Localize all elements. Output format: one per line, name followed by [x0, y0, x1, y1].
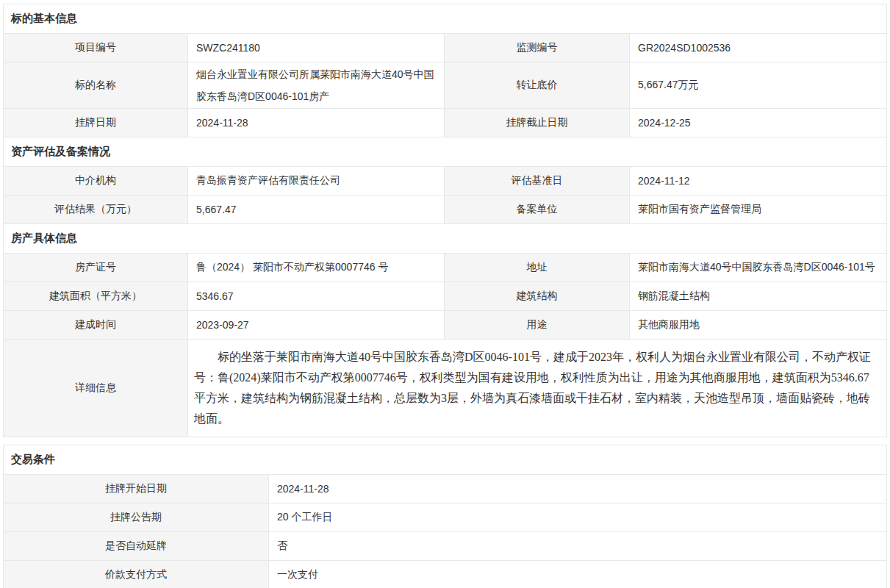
property-info-table: 房产具体信息 房产证号 鲁（2024） 莱阳市不动产权第0007746 号 地址…: [3, 223, 887, 437]
field-value: 鲁（2024） 莱阳市不动产权第0007746 号: [188, 254, 445, 282]
field-label: 中介机构: [4, 167, 188, 196]
field-value: SWZC241180: [188, 34, 445, 62]
section-header-row: 房产具体信息: [4, 224, 887, 254]
field-label: 挂牌开始日期: [4, 475, 269, 503]
field-value: 其他商服用地: [630, 311, 887, 340]
field-value: 一次支付: [269, 561, 887, 588]
table-row: 建成时间 2023-09-27 用途 其他商服用地: [4, 311, 887, 340]
field-label: 建筑结构: [445, 282, 630, 311]
table-row-detail: 详细信息 标的坐落于莱阳市南海大道40号中国胶东香岛湾D区0046-101号，建…: [4, 340, 887, 437]
field-value: 5,667.47万元: [630, 62, 887, 109]
field-value: 烟台永业置业有限公司所属莱阳市南海大道40号中国胶东香岛湾D区0046-101房…: [188, 62, 445, 109]
field-value: 2024-11-28: [269, 475, 887, 503]
section-title-trade: 交易条件: [4, 445, 887, 475]
section-title-assessment: 资产评估及备案情况: [4, 137, 887, 167]
field-value: 莱阳市南海大道40号中国胶东香岛湾D区0046-101号: [630, 254, 887, 282]
field-label: 房产证号: [4, 254, 188, 282]
table-row: 中介机构 青岛振青资产评估有限责任公司 评估基准日 2024-11-12: [4, 167, 887, 196]
table-row: 评估结果（万元） 5,667.47 备案单位 莱阳市国有资产监督管理局: [4, 196, 887, 224]
section-gap: [3, 437, 887, 445]
field-value: GR2024SD1002536: [630, 34, 887, 62]
section-header-row: 交易条件: [4, 445, 887, 475]
field-value: 5346.67: [188, 282, 445, 311]
table-row: 是否自动延牌 否: [4, 532, 887, 561]
detail-info-cell: 标的坐落于莱阳市南海大道40号中国胶东香岛湾D区0046-101号，建成于202…: [188, 340, 887, 437]
table-row: 挂牌公告期 20 个工作日: [4, 503, 887, 532]
table-row: 标的名称 烟台永业置业有限公司所属莱阳市南海大道40号中国胶东香岛湾D区0046…: [4, 62, 887, 109]
assessment-info-table: 资产评估及备案情况 中介机构 青岛振青资产评估有限责任公司 评估基准日 2024…: [3, 137, 887, 224]
field-label: 是否自动延牌: [4, 532, 269, 561]
section-header-row: 资产评估及备案情况: [4, 137, 887, 167]
table-row: 建筑面积（平方米） 5346.67 建筑结构 钢筋混凝土结构: [4, 282, 887, 311]
field-label: 建成时间: [4, 311, 188, 340]
field-label: 挂牌截止日期: [445, 109, 630, 137]
field-label: 备案单位: [445, 196, 630, 224]
field-value: 青岛振青资产评估有限责任公司: [188, 167, 445, 196]
field-label: 地址: [445, 254, 630, 282]
table-row: 挂牌开始日期 2024-11-28: [4, 475, 887, 503]
field-label: 项目编号: [4, 34, 188, 62]
trade-conditions-table: 交易条件 挂牌开始日期 2024-11-28 挂牌公告期 20 个工作日 是否自…: [3, 445, 887, 588]
field-label: 标的名称: [4, 62, 188, 109]
field-label: 建筑面积（平方米）: [4, 282, 188, 311]
field-label: 价款支付方式: [4, 561, 269, 588]
table-row: 项目编号 SWZC241180 监测编号 GR2024SD1002536: [4, 34, 887, 62]
field-value: 否: [269, 532, 887, 561]
field-value: 20 个工作日: [269, 503, 887, 532]
field-label: 挂牌日期: [4, 109, 188, 137]
field-label: 评估基准日: [445, 167, 630, 196]
table-row: 挂牌日期 2024-11-28 挂牌截止日期 2024-12-25: [4, 109, 887, 137]
field-label: 转让底价: [445, 62, 630, 109]
field-value: 2023-09-27: [188, 311, 445, 340]
field-label: 评估结果（万元）: [4, 196, 188, 224]
field-label: 详细信息: [4, 340, 188, 437]
field-value: 5,667.47: [188, 196, 445, 224]
field-label: 挂牌公告期: [4, 503, 269, 532]
section-title-basic: 标的基本信息: [4, 4, 887, 34]
table-row: 房产证号 鲁（2024） 莱阳市不动产权第0007746 号 地址 莱阳市南海大…: [4, 254, 887, 282]
field-value: 2024-11-12: [630, 167, 887, 196]
field-value: 钢筋混凝土结构: [630, 282, 887, 311]
detail-info-text: 标的坐落于莱阳市南海大道40号中国胶东香岛湾D区0046-101号，建成于202…: [194, 347, 872, 429]
section-title-property: 房产具体信息: [4, 224, 887, 254]
section-header-row: 标的基本信息: [4, 4, 887, 34]
listing-detail-page: 标的基本信息 项目编号 SWZC241180 监测编号 GR2024SD1002…: [3, 4, 887, 588]
field-label: 监测编号: [445, 34, 630, 62]
field-value: 2024-12-25: [630, 109, 887, 137]
field-value: 莱阳市国有资产监督管理局: [630, 196, 887, 224]
basic-info-table: 标的基本信息 项目编号 SWZC241180 监测编号 GR2024SD1002…: [3, 4, 887, 137]
field-value: 2024-11-28: [188, 109, 445, 137]
field-label: 用途: [445, 311, 630, 340]
table-row: 价款支付方式 一次支付: [4, 561, 887, 588]
